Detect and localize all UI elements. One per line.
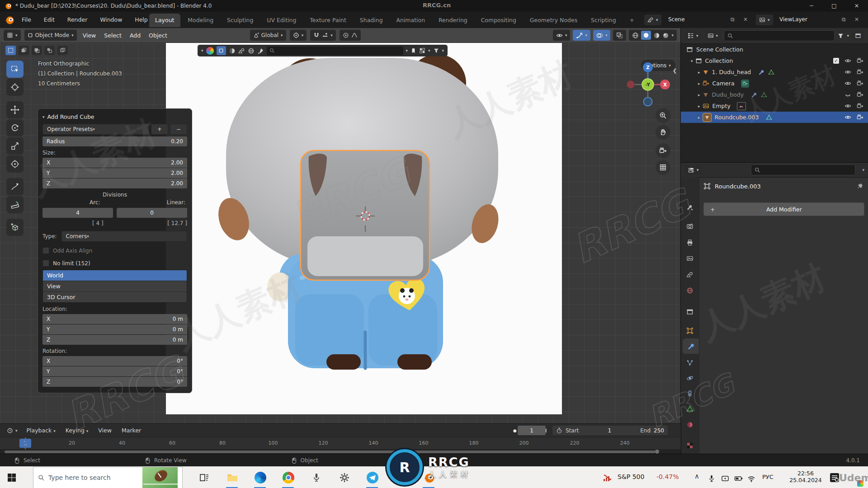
shading-mode-buttons[interactable]: ▾ [629,30,677,41]
mode-selector[interactable]: Object Mode▾ [24,30,77,41]
viewlayer-name[interactable]: ViewLayer [779,16,807,23]
tab-constraints-icon[interactable] [681,386,699,401]
tool-select-box[interactable] [6,61,24,78]
outliner-row-empty[interactable]: ▸ Empty [681,100,868,112]
tool-measure[interactable] [6,196,24,213]
tab-uv-editing[interactable]: UV Editing [261,14,302,27]
pin-icon[interactable] [856,183,863,190]
xray-toggle[interactable] [613,30,626,41]
add-modifier-button[interactable]: + Add Modifier [703,202,864,216]
tray-wifi-icon[interactable] [745,472,758,485]
outliner-row-collection[interactable]: ▾ Collection ✓ [681,55,868,66]
tray-expand-caret[interactable]: ∧ [694,472,699,480]
show-object-types-button[interactable]: ▾ [553,30,571,41]
tray-battery-icon[interactable] [732,472,745,485]
stock-chart-icon[interactable] [601,471,614,484]
menu-marker[interactable]: Marker [118,427,145,434]
menu-view[interactable]: View [94,427,116,434]
tray-mic-icon[interactable] [705,472,718,485]
telegram-icon[interactable] [366,471,379,484]
menu-view[interactable]: View [80,32,99,39]
hide-eye-icon[interactable] [844,69,851,75]
task-view-button[interactable] [198,471,211,484]
tab-material-icon[interactable] [681,417,699,432]
snapping-buttons[interactable]: ▾ [310,30,336,41]
hide-eye-icon[interactable] [844,80,851,87]
tab-texture-paint[interactable]: Texture Paint [304,14,352,27]
collapse-chevron-icon[interactable]: ▾ [201,48,203,53]
filter-world-icon[interactable] [248,47,255,54]
search-highlight-image[interactable] [142,467,178,488]
chrome-browser-icon[interactable] [282,471,295,484]
language-indicator[interactable]: РУС [762,474,774,480]
menu-window[interactable]: Window [94,12,127,28]
align-option-3d-cursor[interactable]: 3D Cursor [43,292,187,302]
tab-compositing[interactable]: Compositing [475,14,522,27]
tool-transform[interactable] [6,155,24,173]
tab-output-icon[interactable] [681,235,699,250]
timeline-ruler[interactable]: 1 20 40 60 80 100 120 140 160 180 200 22… [0,437,681,450]
frame-range-fields[interactable]: Start 1 End 250 [552,426,668,435]
menu-playback[interactable]: Playback ▾ [23,427,60,434]
tab-texture-icon[interactable] [681,438,699,453]
menu-render[interactable]: Render [62,12,93,28]
size-z-field[interactable]: Z2.00 [42,178,187,188]
menu-add[interactable]: Add [127,32,143,39]
start-button[interactable] [5,471,18,484]
proportional-editing-buttons[interactable] [340,30,361,41]
tab-modifiers-icon[interactable] [683,338,699,354]
rotation-y-field[interactable]: Y0° [42,366,187,376]
maximize-button[interactable]: □ [823,0,845,12]
select-mode-buttons[interactable] [5,46,69,55]
add-workspace-button[interactable]: + [624,14,640,27]
tab-animation[interactable]: Animation [390,14,431,27]
tab-geometry-nodes[interactable]: Geometry Nodes [524,14,583,27]
editor-type-button[interactable]: ▾ [4,30,21,41]
menu-keying[interactable]: Keying ▾ [61,427,93,434]
scene-name[interactable]: Scene [668,16,685,23]
viewlayer-selector[interactable]: ▾ [756,14,773,25]
chevron-down-icon[interactable]: ▾ [406,48,408,53]
recorder-mic-icon[interactable] [310,471,323,484]
outliner-row-camera[interactable]: ▸ Camera [681,78,868,89]
scene-selector[interactable]: ▾ [644,14,661,25]
tool-scale[interactable] [6,137,24,155]
minimize-button[interactable]: ─ [800,0,823,12]
color-wheel-icon[interactable] [206,47,214,55]
transform-orientation[interactable]: Global▾ [250,30,286,41]
menu-file[interactable]: File [16,12,37,28]
no-limit-checkbox[interactable] [42,260,49,267]
tab-particles-icon[interactable] [681,355,699,371]
outliner-display-mode-button[interactable]: ▾ [704,31,722,41]
render-camera-icon[interactable] [857,103,863,109]
tab-shading[interactable]: Shading [354,14,389,27]
tool-annotate[interactable] [6,178,24,195]
new-viewlayer-icon[interactable]: ⧉ [842,16,846,23]
roundcube-object[interactable] [301,150,429,280]
render-camera-icon[interactable] [857,57,863,64]
stock-name[interactable]: S&P 500 [618,473,644,480]
align-option-view[interactable]: View [43,281,187,292]
tab-modeling[interactable]: Modeling [182,14,219,27]
unlink-scene-icon[interactable]: ✕ [743,16,748,23]
playhead[interactable] [25,437,26,450]
viewport-ortho-button[interactable] [656,160,670,175]
blender-taskbar-icon[interactable] [423,471,435,484]
brush-icon[interactable] [257,47,264,54]
outliner-row-dudu-body[interactable]: ▸ Dudu_body [681,89,868,100]
tool-rotate[interactable] [6,119,24,136]
filter-scene-icon[interactable] [238,47,245,54]
collection-checkbox[interactable]: ✓ [833,58,839,64]
timeline-editor-type-button[interactable]: ▾ [4,425,21,436]
location-x-field[interactable]: X0 m [42,314,187,324]
properties-search-input[interactable] [751,164,855,175]
render-camera-icon[interactable] [857,80,863,87]
tab-collection-icon[interactable] [681,304,699,319]
navigation-gizmo[interactable]: Z X -Y [625,62,670,107]
tool-move[interactable] [6,101,24,118]
display-mode-icon[interactable] [419,47,425,54]
tab-render-icon[interactable] [681,219,699,234]
edge-browser-icon[interactable] [254,471,267,484]
gizmos-toggle[interactable]: ▾ [573,30,590,41]
hide-eye-icon[interactable] [844,103,851,109]
